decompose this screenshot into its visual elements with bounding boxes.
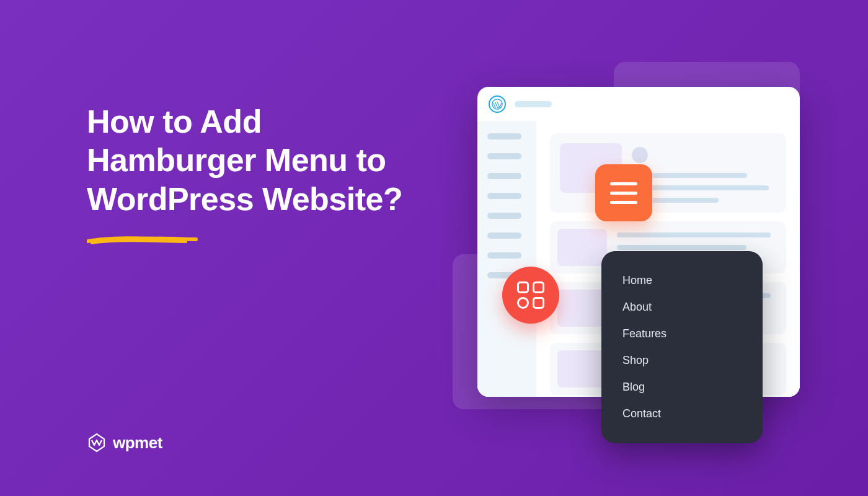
dropdown-menu: Home About Features Shop Blog Contact xyxy=(601,251,763,443)
menu-item-about[interactable]: About xyxy=(601,294,763,321)
menu-item-contact[interactable]: Contact xyxy=(601,401,763,427)
text-placeholder-group xyxy=(632,143,776,203)
app-sidebar xyxy=(477,121,536,397)
grid-square xyxy=(533,281,544,293)
text-line-placeholder xyxy=(617,232,771,237)
sidebar-placeholder xyxy=(487,252,521,259)
content-card xyxy=(550,133,786,213)
grid-square xyxy=(533,297,544,309)
sidebar-placeholder xyxy=(487,232,521,239)
app-header xyxy=(477,87,800,121)
brand-name: wpmet xyxy=(113,433,162,453)
underline-decoration xyxy=(87,236,198,244)
wordpress-icon xyxy=(489,95,506,113)
header-placeholder-line xyxy=(515,101,552,107)
page-title: How to Add Hamburger Menu to WordPress W… xyxy=(87,102,434,218)
illustration: Home About Features Shop Blog Contact xyxy=(428,50,812,446)
grid-square xyxy=(517,297,529,309)
hamburger-line xyxy=(610,182,637,185)
title-block: How to Add Hamburger Menu to WordPress W… xyxy=(87,102,434,247)
grid-square xyxy=(517,281,529,293)
text-line-placeholder xyxy=(617,245,746,250)
sidebar-placeholder xyxy=(487,213,521,219)
menu-item-shop[interactable]: Shop xyxy=(601,347,763,374)
avatar-placeholder xyxy=(632,147,648,163)
sidebar-placeholder xyxy=(487,133,521,140)
sidebar-placeholder xyxy=(487,153,521,159)
sidebar-placeholder xyxy=(487,173,521,179)
wpmet-logo-icon xyxy=(87,433,107,453)
brand-logo: wpmet xyxy=(87,433,162,453)
menu-item-blog[interactable]: Blog xyxy=(601,374,763,401)
text-line-placeholder xyxy=(632,185,769,190)
grid-menu-icon xyxy=(502,267,559,324)
thumbnail-placeholder xyxy=(557,229,607,266)
sidebar-placeholder xyxy=(487,193,521,199)
hamburger-menu-icon xyxy=(595,164,652,221)
hamburger-line xyxy=(610,201,637,204)
hamburger-line xyxy=(610,192,637,195)
thumbnail-placeholder xyxy=(557,290,607,327)
menu-item-home[interactable]: Home xyxy=(601,267,763,294)
menu-item-features[interactable]: Features xyxy=(601,321,763,347)
thumbnail-placeholder xyxy=(557,350,607,388)
